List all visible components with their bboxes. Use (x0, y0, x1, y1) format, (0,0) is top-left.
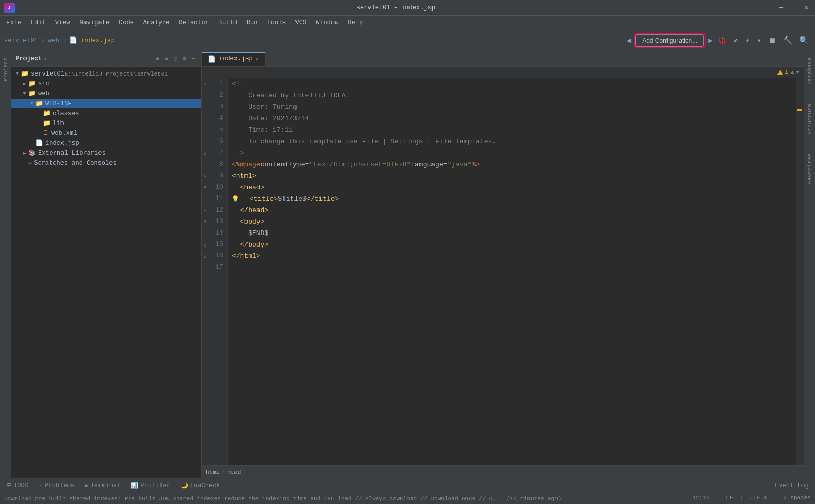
indent-setting[interactable]: 2 spaces (783, 495, 811, 502)
project-dropdown-icon[interactable]: ▾ (44, 56, 47, 62)
minimize-button[interactable]: — (777, 3, 785, 12)
menu-item-view[interactable]: View (51, 18, 75, 28)
menu-item-build[interactable]: Build (214, 18, 241, 28)
add-configuration-button[interactable]: Add Configuration... (635, 34, 704, 47)
code-line-2: Created by IntelliJ IDEA. (232, 90, 792, 101)
menu-bar: FileEditViewNavigateCodeAnalyzeRefactorB… (0, 16, 815, 30)
tree-item-src[interactable]: ▶ 📁 src (11, 79, 201, 89)
tab-label: index.jsp (219, 55, 253, 63)
menu-item-vcs[interactable]: VCS (291, 18, 311, 28)
breadcrumb-file[interactable]: 📄 index.jsp (69, 36, 115, 44)
main-content: Project Project ▾ ⊞ ≡ ◎ ⚙ — ▼ 📁 servlet0… (0, 51, 815, 478)
menu-item-navigate[interactable]: Navigate (75, 18, 114, 28)
warning-down-button[interactable]: ▼ (796, 69, 799, 76)
breadcrumb-servlet01[interactable]: servlet01 (4, 37, 38, 44)
editor-area: 📄 index.jsp ✕ 1 ▲ ▼ ▽1 2 3 4 5 6 △ (202, 51, 804, 478)
tree-item-web[interactable]: ▼ 📁 web (11, 89, 201, 99)
cursor-position[interactable]: 12:10 (693, 495, 710, 502)
settings-icon[interactable]: ⚙ (181, 54, 188, 64)
folder-icon: 📁 (28, 90, 36, 97)
project-side-icon[interactable]: Project (2, 53, 10, 85)
tree-item-index-jsp[interactable]: 📄 index.jsp (11, 138, 201, 148)
title-bar-controls: — □ ✕ (777, 3, 811, 12)
tab-close-button[interactable]: ✕ (256, 56, 259, 62)
profiler-tab[interactable]: 📊 Profiler (127, 481, 175, 491)
back-nav-icon[interactable]: ◀ (627, 36, 631, 45)
search-everywhere-icon[interactable]: 🔍 (797, 34, 811, 46)
line-ending[interactable]: LF (726, 495, 733, 502)
tree-item-lib[interactable]: 📁 lib (11, 118, 201, 128)
tree-arrow: ▶ (21, 81, 28, 87)
status-right: 12:10 | LF | UTF-8 | 2 spaces (693, 495, 811, 502)
code-line-14: $END$ (232, 227, 792, 239)
menu-item-run[interactable]: Run (242, 18, 262, 28)
menu-item-window[interactable]: Window (312, 18, 342, 28)
line-16: △16 (202, 250, 227, 262)
tree-item-scratches[interactable]: ✏ Scratches and Consoles (11, 158, 201, 168)
tab-index-jsp[interactable]: 📄 index.jsp ✕ (202, 52, 266, 66)
tree-item-classes[interactable]: 📁 classes (11, 108, 201, 118)
folder-icon: 📁 (35, 100, 43, 107)
menu-item-refactor[interactable]: Refactor (175, 18, 213, 28)
menu-item-help[interactable]: Help (343, 18, 367, 28)
tree-label: web (38, 90, 50, 97)
line-13: ▽13 (202, 216, 227, 227)
tree-item-web-inf[interactable]: ▼ 📁 WEB-INF (11, 99, 201, 108)
build-icon[interactable]: 🔨 (781, 34, 795, 46)
line-9: ▽9 (202, 170, 227, 181)
bc-head[interactable]: head (227, 469, 241, 475)
line-3: 3 (202, 101, 227, 113)
code-content[interactable]: <!-- Created by IntelliJ IDEA. User: Tur… (228, 78, 796, 465)
problems-tab[interactable]: ⚠ Problems (35, 481, 79, 491)
menu-item-analyze[interactable]: Analyze (139, 18, 174, 28)
scroll-from-source-icon[interactable]: ◎ (172, 54, 179, 64)
scroll-gutter (796, 78, 804, 465)
profile-icon[interactable]: ⚡ (743, 34, 752, 46)
luacheck-icon: 🌙 (181, 482, 188, 489)
bottom-tabs-bar: ☰ TODO ⚠ Problems ▶ Terminal 📊 Profiler … (0, 478, 815, 493)
file-encoding[interactable]: UTF-8 (749, 495, 767, 502)
xml-file-icon: 🗒 (43, 129, 49, 137)
code-line-9: <html> (232, 170, 792, 181)
favorites-side-icon[interactable]: Favorites (806, 149, 814, 188)
breadcrumb-web[interactable]: web (48, 37, 59, 44)
todo-tab[interactable]: ☰ TODO (2, 481, 33, 491)
tree-label: index.jsp (45, 140, 79, 147)
structure-side-icon[interactable]: Structure (806, 100, 814, 139)
run-dropdown-icon[interactable]: ▾ (755, 34, 764, 46)
tree-label: lib (53, 120, 64, 127)
window-title: servlet01 - index.jsp (356, 4, 435, 11)
project-header: Project ▾ ⊞ ≡ ◎ ⚙ — (11, 51, 201, 67)
warning-up-button[interactable]: ▲ (791, 69, 794, 76)
bc-html[interactable]: html (206, 469, 219, 475)
close-panel-icon[interactable]: — (190, 54, 197, 64)
stop-icon[interactable]: ⏹ (766, 35, 779, 46)
menu-item-edit[interactable]: Edit (27, 18, 50, 28)
coverage-icon[interactable]: ✔ (731, 34, 740, 46)
terminal-tab[interactable]: ▶ Terminal (81, 481, 125, 491)
menu-item-file[interactable]: File (2, 18, 26, 28)
code-editor[interactable]: ▽1 2 3 4 5 6 △7 8 ▽9 ▽10 11 △12 ▽13 14 △… (202, 78, 804, 465)
line-11: 11 (202, 193, 227, 204)
profiler-icon: 📊 (131, 482, 138, 489)
library-icon: 📚 (28, 149, 36, 157)
expand-all-icon[interactable]: ⊞ (154, 54, 161, 64)
tree-item-web-xml[interactable]: 🗒 web.xml (11, 128, 201, 138)
menu-item-code[interactable]: Code (115, 18, 138, 28)
luacheck-tab[interactable]: 🌙 LuaCheck (177, 481, 225, 491)
debug-icon[interactable]: 🐞 (715, 34, 729, 46)
tree-arrow: ▼ (14, 71, 21, 77)
tree-item-external-libs[interactable]: ▶ 📚 External Libraries (11, 148, 201, 158)
run-icon[interactable]: ▶ (708, 36, 712, 45)
maximize-button[interactable]: □ (789, 3, 798, 12)
tree-item-servlet01[interactable]: ▼ 📁 servlet01 E:\IntelliJ_Projects\servl… (11, 69, 201, 79)
line-number-gutter: ▽1 2 3 4 5 6 △7 8 ▽9 ▽10 11 △12 ▽13 14 △… (202, 78, 228, 465)
folder-icon: 📁 (28, 80, 36, 88)
menu-item-tools[interactable]: Tools (263, 18, 290, 28)
database-side-icon[interactable]: Database (806, 53, 814, 89)
event-log-tab[interactable]: Event Log (771, 481, 813, 491)
collapse-all-icon[interactable]: ≡ (163, 54, 170, 64)
close-button[interactable]: ✕ (802, 3, 811, 12)
line-6: 6 (202, 136, 227, 147)
code-line-10: <head> (232, 181, 792, 193)
